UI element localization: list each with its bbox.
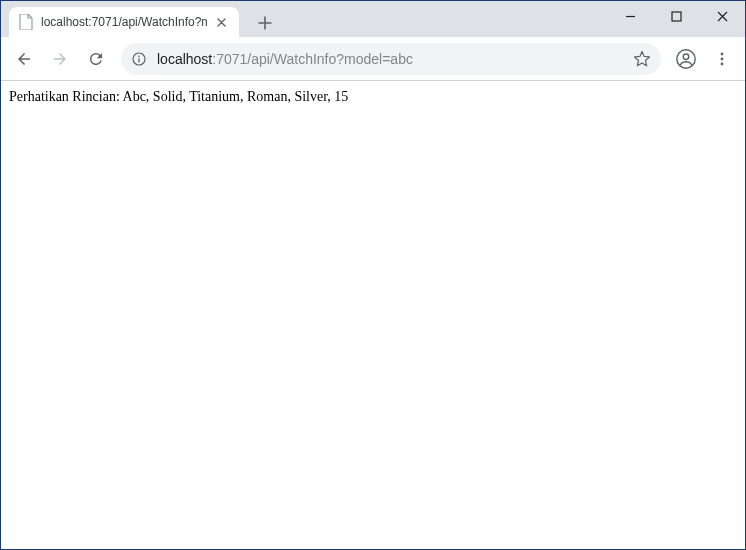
svg-point-5 bbox=[683, 53, 689, 59]
bookmark-star-icon[interactable] bbox=[633, 50, 651, 68]
site-info-icon[interactable] bbox=[131, 51, 147, 67]
svg-point-2 bbox=[138, 55, 140, 57]
url-path: :7071/api/WatchInfo?model=abc bbox=[212, 51, 413, 67]
minimize-button[interactable] bbox=[607, 1, 653, 31]
address-bar[interactable]: localhost:7071/api/WatchInfo?model=abc bbox=[121, 43, 661, 75]
back-button[interactable] bbox=[7, 42, 41, 76]
svg-point-8 bbox=[721, 62, 724, 65]
browser-tab[interactable]: localhost:7071/api/WatchInfo?m bbox=[9, 7, 239, 37]
kebab-menu-button[interactable] bbox=[705, 42, 739, 76]
url-host: localhost bbox=[157, 51, 212, 67]
tab-strip: localhost:7071/api/WatchInfo?m bbox=[1, 1, 279, 37]
forward-button[interactable] bbox=[43, 42, 77, 76]
svg-point-7 bbox=[721, 57, 724, 60]
page-content: Perhatikan Rincian: Abc, Solid, Titanium… bbox=[1, 81, 745, 113]
profile-button[interactable] bbox=[669, 42, 703, 76]
reload-button[interactable] bbox=[79, 42, 113, 76]
svg-point-6 bbox=[721, 52, 724, 55]
svg-rect-3 bbox=[138, 58, 139, 62]
toolbar: localhost:7071/api/WatchInfo?model=abc bbox=[1, 37, 745, 81]
window-controls bbox=[607, 1, 745, 31]
new-tab-button[interactable] bbox=[251, 9, 279, 37]
close-window-button[interactable] bbox=[699, 1, 745, 31]
url-text: localhost:7071/api/WatchInfo?model=abc bbox=[157, 51, 625, 67]
tab-close-button[interactable] bbox=[213, 14, 229, 30]
maximize-button[interactable] bbox=[653, 1, 699, 31]
titlebar: localhost:7071/api/WatchInfo?m bbox=[1, 1, 745, 37]
response-text: Perhatikan Rincian: Abc, Solid, Titanium… bbox=[9, 89, 348, 104]
svg-rect-0 bbox=[672, 12, 681, 21]
tab-title: localhost:7071/api/WatchInfo?m bbox=[41, 15, 207, 29]
document-icon bbox=[19, 14, 33, 30]
